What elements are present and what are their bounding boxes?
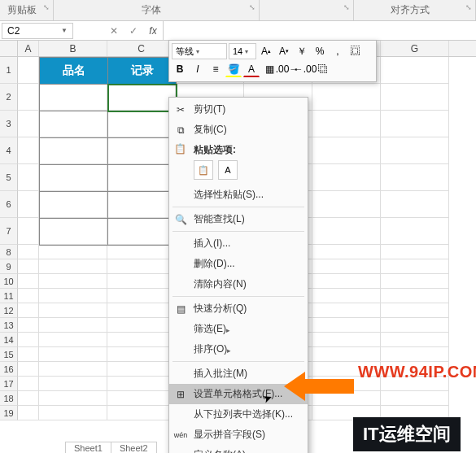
grid-cell[interactable]	[107, 347, 176, 362]
grid-cell[interactable]	[39, 377, 107, 391]
grid-cell[interactable]	[381, 84, 449, 111]
sheet-tab-2[interactable]: Sheet2	[111, 442, 157, 453]
grid-cell[interactable]	[312, 164, 381, 191]
grid-cell[interactable]	[18, 318, 39, 333]
grid-cell[interactable]	[18, 84, 39, 111]
grid-cell[interactable]	[107, 391, 176, 406]
grid-cell[interactable]	[381, 333, 449, 347]
grid-cell[interactable]	[18, 245, 39, 259]
row-header[interactable]: 9	[0, 259, 18, 274]
grid-cell[interactable]	[39, 406, 107, 420]
table-cell[interactable]	[40, 219, 108, 246]
row-header[interactable]: 6	[0, 191, 18, 218]
grid-cell[interactable]	[381, 218, 449, 245]
increase-font-icon[interactable]: A▴	[258, 43, 274, 59]
row-header[interactable]: 10	[0, 274, 18, 289]
row-header[interactable]: 18	[0, 391, 18, 406]
comma-icon[interactable]: ,	[330, 43, 346, 59]
col-header-b[interactable]: B	[39, 41, 107, 56]
grid-cell[interactable]	[18, 406, 39, 420]
row-header[interactable]: 16	[0, 362, 18, 377]
grid-cell[interactable]	[18, 137, 39, 164]
formula-input[interactable]	[163, 21, 476, 40]
grid-cell[interactable]	[18, 191, 39, 218]
grid-cell[interactable]	[312, 274, 381, 289]
merge-icon[interactable]: ⿻	[315, 61, 331, 77]
grid-cell[interactable]	[39, 347, 107, 362]
grid-cell[interactable]	[381, 274, 449, 289]
grid-cell[interactable]	[312, 245, 381, 259]
grid-cell[interactable]	[107, 274, 176, 289]
menu-cut[interactable]: ✂剪切(T)	[169, 99, 308, 120]
percent-icon[interactable]: %	[312, 43, 328, 59]
menu-insert[interactable]: 插入(I)...	[169, 233, 308, 254]
row-header[interactable]: 19	[0, 406, 18, 420]
row-header[interactable]: 4	[0, 137, 18, 164]
grid-cell[interactable]	[312, 137, 381, 164]
grid-cell[interactable]	[381, 245, 449, 259]
table-header-1[interactable]: 品名	[40, 58, 108, 85]
menu-sort[interactable]: 排序(O)	[169, 339, 308, 359]
col-header-c[interactable]: C	[107, 41, 176, 56]
grid-cell[interactable]	[312, 218, 381, 245]
format-painter-icon[interactable]: ⿴	[347, 43, 364, 59]
fill-color-button[interactable]: 🪣	[225, 61, 242, 77]
paste-option-a[interactable]: A	[218, 160, 238, 180]
grid-cell[interactable]	[18, 57, 39, 84]
grid-cell[interactable]	[107, 362, 176, 377]
grid-cell[interactable]	[107, 406, 176, 420]
row-header[interactable]: 3	[0, 111, 18, 137]
row-header[interactable]: 13	[0, 318, 18, 333]
grid-cell[interactable]	[18, 333, 39, 347]
grid-cell[interactable]	[39, 303, 107, 318]
row-header[interactable]: 7	[0, 218, 18, 245]
menu-clear[interactable]: 清除内容(N)	[169, 274, 308, 294]
grid-cell[interactable]	[381, 318, 449, 333]
table-cell[interactable]	[108, 192, 177, 219]
grid-cell[interactable]	[107, 289, 176, 303]
grid-cell[interactable]	[18, 164, 39, 191]
table-cell[interactable]	[40, 85, 108, 111]
decrease-decimal-icon[interactable]: ←.00	[297, 61, 313, 77]
grid-cell[interactable]	[18, 377, 39, 391]
menu-define-name[interactable]: 定义名称(A)...	[169, 445, 308, 453]
table-cell[interactable]	[108, 111, 177, 138]
grid-cell[interactable]	[107, 333, 176, 347]
row-header[interactable]: 11	[0, 289, 18, 303]
grid-cell[interactable]	[312, 333, 381, 347]
row-header[interactable]: 17	[0, 377, 18, 391]
grid-cell[interactable]	[18, 347, 39, 362]
grid-cell[interactable]	[39, 333, 107, 347]
table-cell[interactable]	[40, 192, 108, 219]
font-color-button[interactable]: A	[243, 61, 260, 77]
cancel-formula-icon[interactable]: ✕	[104, 25, 124, 37]
grid-cell[interactable]	[312, 318, 381, 333]
grid-cell[interactable]	[107, 377, 176, 391]
table-cell[interactable]	[40, 165, 108, 192]
grid-cell[interactable]	[18, 303, 39, 318]
grid-cell[interactable]	[18, 362, 39, 377]
grid-cell[interactable]	[39, 318, 107, 333]
table-cell[interactable]	[40, 138, 108, 165]
grid-cell[interactable]	[39, 274, 107, 289]
table-cell[interactable]	[108, 138, 177, 165]
grid-cell[interactable]	[381, 137, 449, 164]
grid-cell[interactable]	[39, 289, 107, 303]
menu-pick-from-list[interactable]: 从下拉列表中选择(K)...	[169, 404, 308, 425]
table-cell[interactable]	[108, 219, 177, 246]
selected-cell[interactable]	[108, 85, 177, 111]
grid-cell[interactable]	[107, 318, 176, 333]
grid-cell[interactable]	[381, 191, 449, 218]
grid-cell[interactable]	[312, 84, 381, 111]
fx-button[interactable]: fx	[143, 25, 163, 37]
currency-icon[interactable]: ￥	[294, 43, 310, 59]
row-header[interactable]: 1	[0, 57, 18, 84]
grid-cell[interactable]	[381, 164, 449, 191]
table-header-2[interactable]: 记录	[108, 58, 177, 85]
paste-option-values[interactable]: 📋	[194, 160, 213, 180]
grid-cell[interactable]	[107, 259, 176, 274]
grid-cell[interactable]	[312, 347, 381, 362]
grid-cell[interactable]	[381, 391, 449, 406]
grid-cell[interactable]	[18, 391, 39, 406]
table-cell[interactable]	[108, 165, 177, 192]
